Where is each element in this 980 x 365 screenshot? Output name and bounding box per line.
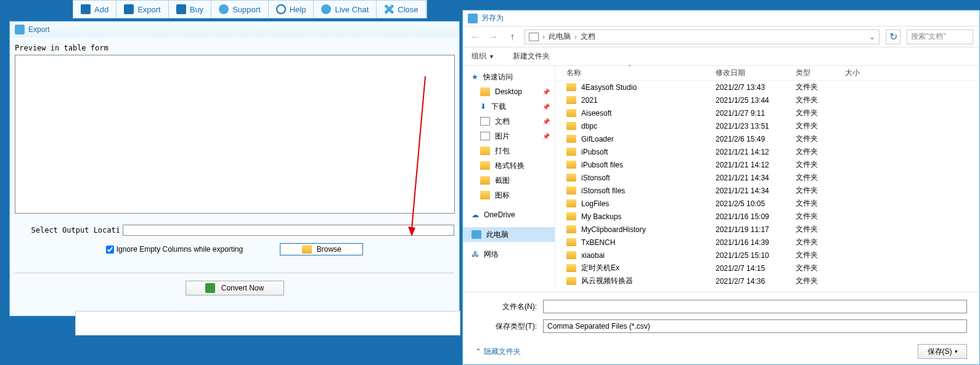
filetype-select[interactable]: Comma Separated Files (*.csv) bbox=[543, 319, 967, 333]
breadcrumb[interactable]: › 此电脑 › 文档 ⌄ bbox=[525, 30, 880, 44]
file-row[interactable]: My Backups2021/1/16 15:09文件夹 bbox=[555, 210, 979, 223]
chevron-down-icon: ⌃ bbox=[475, 347, 481, 356]
export-window: Export Preview in table form Select Outp… bbox=[9, 21, 460, 316]
sidebar-convert[interactable]: 格式转换 bbox=[463, 158, 555, 173]
file-list-header: 名称˄ 修改日期 类型 大小 bbox=[555, 66, 979, 81]
sidebar-pack[interactable]: 打包 bbox=[463, 143, 555, 158]
file-row[interactable]: iPubsoft2021/1/21 14:12文件夹 bbox=[555, 145, 979, 158]
file-row[interactable]: Aiseesoft2021/1/27 9:11文件夹 bbox=[555, 106, 979, 119]
file-row[interactable]: xiaobai2021/1/25 15:10文件夹 bbox=[555, 249, 979, 262]
sidebar-desktop[interactable]: Desktop📌 bbox=[463, 84, 555, 99]
folder-icon bbox=[566, 199, 576, 207]
folder-icon bbox=[566, 83, 576, 91]
sidebar-downloads[interactable]: ⬇下载📌 bbox=[463, 99, 555, 114]
folder-icon bbox=[480, 161, 490, 170]
file-row[interactable]: iStonsoft2021/1/21 14:34文件夹 bbox=[555, 171, 979, 184]
file-row[interactable]: GifLoader2021/2/6 15:49文件夹 bbox=[555, 132, 979, 145]
save-button[interactable]: 保存(S) ▾ bbox=[918, 344, 967, 359]
star-icon: ★ bbox=[472, 73, 478, 81]
file-row[interactable]: 20212021/1/25 13:44文件夹 bbox=[555, 94, 979, 106]
ignore-empty-checkbox[interactable]: Ignore Empty Columns while exporting bbox=[106, 245, 243, 254]
folder-icon bbox=[566, 135, 576, 143]
folder-icon bbox=[566, 212, 576, 220]
file-row[interactable]: 4Easysoft Studio2021/2/7 13:43文件夹 bbox=[555, 81, 979, 94]
nav-forward-button[interactable]: → bbox=[488, 31, 500, 43]
hide-folders-toggle[interactable]: ⌃ 隐藏文件夹 bbox=[475, 347, 521, 357]
filename-label: 文件名(N): bbox=[475, 302, 543, 312]
file-row[interactable]: 风云视频转换器2021/2/7 14:36文件夹 bbox=[555, 275, 979, 287]
file-list: 名称˄ 修改日期 类型 大小 4Easysoft Studio2021/2/7 … bbox=[555, 66, 979, 287]
support-icon bbox=[219, 4, 229, 14]
download-icon: ⬇ bbox=[480, 102, 486, 111]
folder-icon bbox=[566, 122, 576, 130]
folder-icon bbox=[302, 245, 312, 254]
save-nav-bar: ← → ↑ › 此电脑 › 文档 ⌄ ↻ 搜索"文档" bbox=[463, 26, 979, 47]
sidebar-this-pc[interactable]: 此电脑 bbox=[463, 227, 555, 242]
pc-icon bbox=[472, 230, 481, 239]
close-button[interactable]: Close bbox=[377, 1, 426, 18]
add-icon bbox=[81, 4, 91, 14]
doc-icon bbox=[480, 117, 490, 126]
sidebar-screenshot[interactable]: 截图 bbox=[463, 173, 555, 188]
save-titlebar: 另存为 bbox=[463, 10, 979, 26]
phone-icon bbox=[321, 4, 331, 14]
convert-now-button[interactable]: Convert Now bbox=[186, 281, 284, 295]
buy-button[interactable]: Buy bbox=[169, 1, 211, 18]
doc-icon bbox=[529, 33, 539, 41]
sidebar-icons[interactable]: 图标 bbox=[463, 188, 555, 203]
pin-icon: 📌 bbox=[542, 133, 550, 140]
col-date[interactable]: 修改日期 bbox=[716, 68, 796, 78]
col-name[interactable]: 名称˄ bbox=[555, 68, 716, 78]
save-sidebar: ★快速访问 Desktop📌 ⬇下载📌 文档📌 图片📌 打包 格式转换 截图 图… bbox=[463, 66, 555, 287]
col-size[interactable]: 大小 bbox=[845, 68, 882, 78]
new-folder-button[interactable]: 新建文件夹 bbox=[513, 51, 550, 62]
browse-button[interactable]: Browse bbox=[280, 243, 363, 255]
chevron-down-icon: ▼ bbox=[489, 54, 494, 60]
sidebar-quick-access[interactable]: ★快速访问 bbox=[463, 70, 555, 84]
file-row[interactable]: LogFiles2021/2/5 10:05文件夹 bbox=[555, 197, 979, 210]
sidebar-onedrive[interactable]: ☁OneDrive bbox=[463, 207, 555, 222]
filename-input[interactable] bbox=[543, 300, 967, 313]
search-input[interactable]: 搜索"文档" bbox=[907, 30, 973, 44]
save-bottom-panel: 文件名(N): 保存类型(T): Comma Separated Files (… bbox=[463, 292, 979, 364]
add-button[interactable]: Add bbox=[73, 1, 116, 18]
dropdown-icon: ▾ bbox=[955, 348, 958, 355]
file-row[interactable]: 定时关机Ex2021/2/7 14:15文件夹 bbox=[555, 262, 979, 275]
file-row[interactable]: MyClipboardHistory2021/1/19 11:17文件夹 bbox=[555, 223, 979, 236]
support-button[interactable]: Support bbox=[211, 1, 269, 18]
disk-icon bbox=[205, 283, 215, 293]
filetype-label: 保存类型(T): bbox=[475, 321, 543, 332]
folder-icon bbox=[566, 109, 576, 117]
folder-icon bbox=[566, 264, 576, 272]
col-type[interactable]: 类型 bbox=[796, 68, 845, 78]
breadcrumb-dropdown[interactable]: ⌄ bbox=[869, 33, 875, 41]
folder-icon bbox=[566, 238, 576, 246]
preview-table bbox=[15, 55, 455, 214]
save-icon bbox=[124, 4, 134, 14]
file-row[interactable]: dbpc2021/1/23 13:51文件夹 bbox=[555, 119, 979, 132]
help-icon bbox=[276, 4, 286, 14]
nav-up-button[interactable]: ↑ bbox=[506, 31, 518, 43]
main-toolbar: Add Export Buy Support Help Live Chat Cl… bbox=[73, 0, 427, 18]
organize-menu[interactable]: 组织 ▼ bbox=[472, 51, 494, 62]
file-row[interactable]: TxBENCH2021/1/16 14:39文件夹 bbox=[555, 236, 979, 249]
sidebar-network[interactable]: 🖧网络 bbox=[463, 247, 555, 262]
file-row[interactable]: iStonsoft files2021/1/21 14:34文件夹 bbox=[555, 184, 979, 197]
sort-indicator: ˄ bbox=[628, 64, 631, 71]
nav-back-button[interactable]: ← bbox=[469, 31, 481, 43]
sidebar-documents[interactable]: 文档📌 bbox=[463, 114, 555, 129]
save-as-dialog: 另存为 ← → ↑ › 此电脑 › 文档 ⌄ ↻ 搜索"文档" 组织 ▼ 新建文… bbox=[462, 10, 980, 365]
export-button[interactable]: Export bbox=[116, 1, 169, 18]
export-window-icon bbox=[15, 25, 25, 34]
refresh-button[interactable]: ↻ bbox=[886, 30, 900, 44]
help-button[interactable]: Help bbox=[269, 1, 314, 18]
pin-icon: 📌 bbox=[542, 89, 550, 95]
sidebar-pictures[interactable]: 图片📌 bbox=[463, 129, 555, 143]
folder-icon bbox=[480, 176, 490, 185]
save-dialog-icon bbox=[468, 14, 478, 23]
livechat-button[interactable]: Live Chat bbox=[314, 1, 377, 18]
pin-icon: 📌 bbox=[542, 103, 550, 110]
output-location-input[interactable] bbox=[123, 225, 454, 236]
file-row[interactable]: iPubsoft files2021/1/21 14:12文件夹 bbox=[555, 158, 979, 171]
preview-label: Preview in table form bbox=[15, 44, 454, 52]
